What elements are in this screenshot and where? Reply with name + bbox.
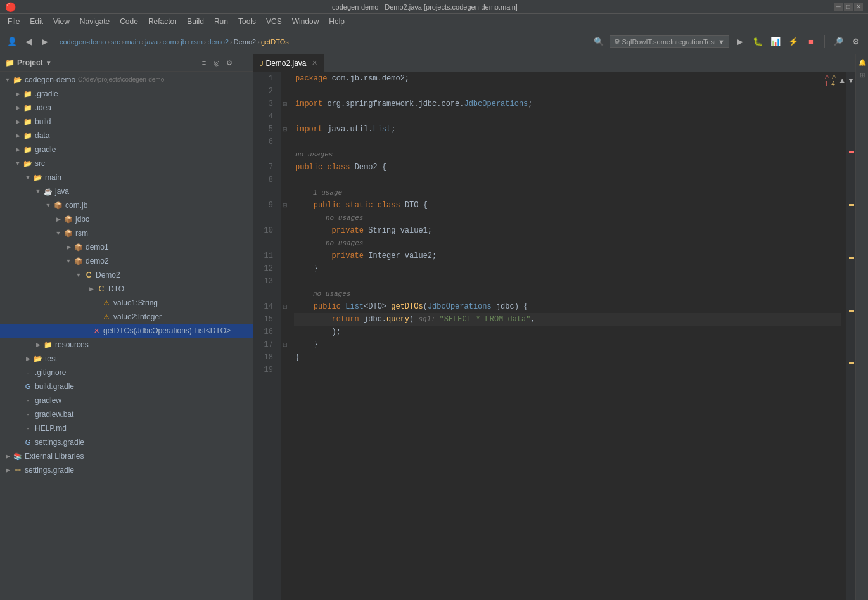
- notifications-button[interactable]: 🔔: [857, 57, 867, 67]
- code-line-15: return jdbc.query( sql: "SELECT * FROM d…: [294, 313, 841, 326]
- linenum-17: 17: [253, 338, 276, 351]
- breadcrumb-demo2[interactable]: demo2: [207, 38, 229, 46]
- avatar-button[interactable]: 👤: [5, 35, 19, 49]
- menu-file[interactable]: File: [3, 16, 25, 27]
- close-button[interactable]: ✕: [854, 3, 863, 11]
- tree-item-value2[interactable]: ⚠ value2:Integer: [0, 310, 253, 324]
- nav-up-icon[interactable]: ▲: [838, 76, 846, 85]
- fold-5[interactable]: ⊟: [281, 123, 289, 136]
- tree-item-getDTOs[interactable]: ✕ getDTOs(JdbcOperations):List<DTO>: [0, 324, 253, 338]
- tree-item-gradlew-bat[interactable]: · gradlew.bat: [0, 407, 253, 421]
- breadcrumb-codegen-demo[interactable]: codegen-demo: [60, 38, 106, 46]
- right-vertical-strip: 🔔 ⊞: [855, 54, 868, 600]
- sidebar-settings-button[interactable]: ⚙: [224, 57, 235, 68]
- tree-item-demo2[interactable]: ▼ 📦 demo2: [0, 254, 253, 268]
- tree-item-demo1[interactable]: ▶ 📦 demo1: [0, 240, 253, 254]
- sidebar-dropdown-arrow[interactable]: ▼: [46, 60, 52, 67]
- tree-item-gradle2[interactable]: ▶ 📁 gradle: [0, 143, 253, 156]
- fold-9[interactable]: ⊟: [281, 199, 289, 212]
- tree-item-java[interactable]: ▼ ☕ java: [0, 184, 253, 198]
- breadcrumb-com[interactable]: com: [163, 38, 176, 46]
- tree-item-jdbc[interactable]: ▶ 📦 jdbc: [0, 212, 253, 226]
- profile-button[interactable]: ⚡: [786, 35, 800, 49]
- menu-edit[interactable]: Edit: [25, 16, 48, 27]
- tree-item-main[interactable]: ▼ 📂 main: [0, 170, 253, 184]
- tree-item-gitignore[interactable]: · .gitignore: [0, 366, 253, 380]
- run-button[interactable]: ▶: [733, 35, 747, 49]
- minimize-button[interactable]: ─: [834, 3, 843, 11]
- fold-3[interactable]: ⊟: [281, 98, 289, 110]
- collapse-all-button[interactable]: ≡: [198, 57, 210, 68]
- tree-item-comjb[interactable]: ▼ 📦 com.jb: [0, 198, 253, 212]
- menu-code[interactable]: Code: [115, 16, 143, 27]
- nav-down-icon[interactable]: ▼: [847, 76, 855, 85]
- search-button[interactable]: 🔎: [831, 35, 845, 49]
- locate-file-button[interactable]: ◎: [211, 57, 222, 68]
- debug-button[interactable]: 🐛: [751, 35, 765, 49]
- maximize-button[interactable]: □: [844, 3, 853, 11]
- forward-button[interactable]: ▶: [38, 35, 52, 49]
- breadcrumb-java[interactable]: java: [145, 38, 158, 46]
- menu-help[interactable]: Help: [324, 16, 350, 27]
- stop-button[interactable]: ■: [804, 35, 818, 49]
- menu-run[interactable]: Run: [209, 16, 233, 27]
- breadcrumb-getDTOs[interactable]: getDTOs: [261, 38, 289, 46]
- tree-item-DTO[interactable]: ▶ C DTO: [0, 282, 253, 296]
- tree-item-gradle[interactable]: ▶ 📁 .gradle: [0, 87, 253, 101]
- tree-item-Demo2[interactable]: ▼ C Demo2: [0, 268, 253, 282]
- no-arrow-value1: [96, 298, 101, 308]
- tree-item-helpmd[interactable]: · HELP.md: [0, 421, 253, 435]
- tree-item-settings-gradle[interactable]: G settings.gradle: [0, 435, 253, 449]
- code-editor[interactable]: package com.jb.rsm.demo2; import org.spr…: [289, 72, 846, 600]
- search-everywhere-button[interactable]: 🔍: [592, 35, 606, 49]
- menu-window[interactable]: Window: [287, 16, 324, 27]
- tab-close-button[interactable]: ✕: [312, 59, 317, 67]
- field-value2-icon: ⚠: [101, 312, 112, 322]
- tree-item-build-gradle[interactable]: G build.gradle: [0, 380, 253, 393]
- terminal-button[interactable]: ⊞: [857, 70, 867, 80]
- menu-view[interactable]: View: [48, 16, 75, 27]
- method-getDTOs-icon: ✕: [91, 326, 101, 336]
- tree-item-build[interactable]: ▶ 📁 build: [0, 115, 253, 129]
- tree-item-value1[interactable]: ⚠ value1:String: [0, 296, 253, 310]
- src-folder-icon: 📂: [23, 158, 33, 169]
- tree-arrow-resources: ▶: [33, 340, 43, 350]
- tree-item-ext-libs[interactable]: ▶ 📚 External Libraries: [0, 449, 253, 463]
- close-sidebar-button[interactable]: −: [236, 57, 248, 68]
- breadcrumb-Demo2[interactable]: Demo2: [234, 38, 256, 46]
- tree-arrow-demo2: ▼: [63, 256, 73, 266]
- menu-vcs[interactable]: VCS: [261, 16, 287, 27]
- tree-item-rsm[interactable]: ▼ 📦 rsm: [0, 226, 253, 240]
- window-controls[interactable]: ─ □ ✕: [834, 3, 863, 11]
- tree-arrow-DTO: ▶: [86, 284, 96, 294]
- tab-Demo2-java[interactable]: J Demo2.java ✕: [253, 54, 324, 72]
- back-button[interactable]: ◀: [22, 35, 35, 49]
- tree-item-test[interactable]: ▶ 📂 test: [0, 352, 253, 366]
- tree-item-gradlew[interactable]: · gradlew: [0, 393, 253, 407]
- linenum-18: 18: [253, 351, 276, 364]
- tree-item-resources[interactable]: ▶ 📁 resources: [0, 338, 253, 352]
- breadcrumb-jb[interactable]: jb: [181, 38, 186, 46]
- fold-12: [281, 262, 289, 275]
- toolbar: 👤 ◀ ▶ codegen-demo › src › main › java ›…: [0, 29, 868, 54]
- settings-button[interactable]: ⚙: [849, 35, 863, 49]
- run-config-dropdown[interactable]: ⚙ SqlRowIT.someIntegrationTest ▼: [610, 35, 729, 48]
- fold-17[interactable]: ⊟: [281, 338, 289, 351]
- menu-tools[interactable]: Tools: [233, 16, 261, 27]
- breadcrumb-rsm[interactable]: rsm: [191, 38, 202, 46]
- menu-navigate[interactable]: Navigate: [75, 16, 115, 27]
- menu-build[interactable]: Build: [182, 16, 209, 27]
- menu-refactor[interactable]: Refactor: [143, 16, 182, 27]
- fold-hint5: [281, 288, 289, 300]
- tree-item-idea[interactable]: ▶ 📁 .idea: [0, 101, 253, 115]
- fold-14[interactable]: ⊟: [281, 300, 289, 313]
- coverage-button[interactable]: 📊: [769, 35, 782, 49]
- breadcrumb-main[interactable]: main: [125, 38, 140, 46]
- breadcrumb-src[interactable]: src: [111, 38, 120, 46]
- tree-item-root[interactable]: ▼ 📂 codegen-demo C:\dev\projects\codegen…: [0, 73, 253, 87]
- tree-item-scratches[interactable]: ▶ ✏ settings.gradle: [0, 463, 253, 477]
- tree-item-data[interactable]: ▶ 📁 data: [0, 129, 253, 143]
- error-stripe-1: [849, 151, 854, 153]
- tree-item-src[interactable]: ▼ 📂 src: [0, 156, 253, 170]
- run-config-icon: ⚙: [614, 37, 620, 46]
